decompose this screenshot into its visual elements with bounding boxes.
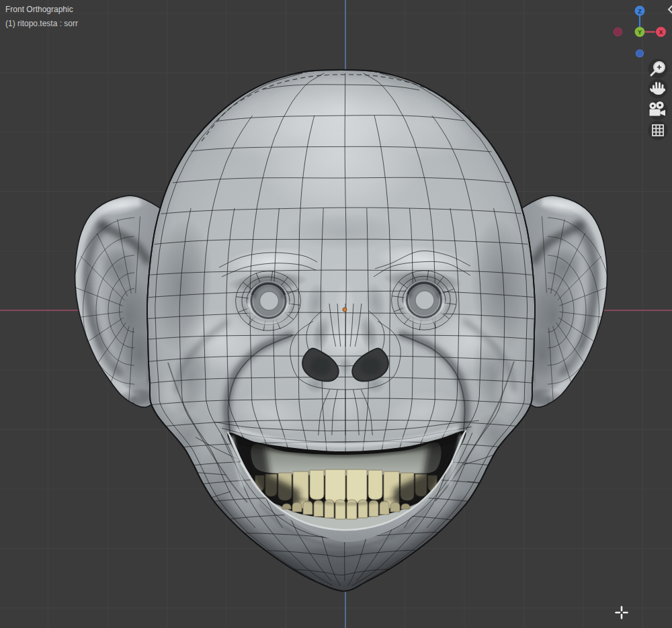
svg-text:Z: Z — [638, 8, 642, 15]
svg-text:X: X — [659, 29, 663, 36]
svg-text:(1) ritopo.testa : sorr: (1) ritopo.testa : sorr — [5, 19, 78, 28]
svg-text:Y: Y — [638, 29, 642, 36]
svg-text:Front Orthographic: Front Orthographic — [5, 5, 73, 14]
